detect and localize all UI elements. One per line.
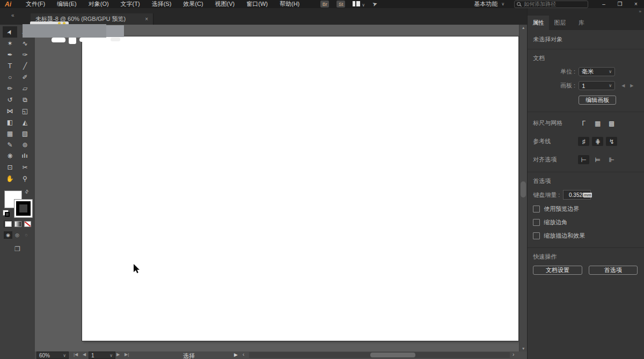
zoom-tool[interactable]: ⚲ [18,173,32,184]
draw-behind-mode[interactable]: ◎ [13,231,21,239]
menu-window[interactable]: 窗口(W) [240,0,274,8]
gradient-button[interactable] [13,221,22,228]
status-menu-icon[interactable]: ▶ [234,352,238,357]
shape-builder-tool[interactable]: ◧ [3,116,17,128]
curvature-tool[interactable]: ✑ [18,49,32,60]
mesh-tool[interactable]: ▦ [3,128,17,139]
checkbox[interactable] [533,206,540,213]
last-artboard-button[interactable]: ▶| [125,352,129,357]
ruler-corner-icon[interactable]: Γ [578,119,589,128]
scroll-right-icon[interactable]: › [513,351,514,357]
draw-inside-mode[interactable]: ○ [22,231,31,239]
eyedropper-tool[interactable]: ✎ [3,139,17,150]
line-segment-tool[interactable]: ╱ [18,60,32,71]
swap-fill-stroke-icon[interactable]: ⇄ [24,188,30,195]
checkbox[interactable] [533,219,540,226]
show-guides-icon[interactable]: ♯ [578,137,589,146]
preferences-button[interactable]: 首选项 [589,266,638,275]
eraser-tool[interactable]: ▱ [18,83,32,94]
menu-effect[interactable]: 效果(C) [177,0,209,8]
help-search-field[interactable] [514,1,588,8]
scroll-up-icon[interactable]: ▲ [519,26,527,30]
restore-button[interactable]: ❐ [612,1,628,7]
menu-file[interactable]: 文件(F) [20,0,51,8]
arrange-documents-icon[interactable]: ∨ [353,1,365,8]
hand-tool[interactable]: ✋ [3,173,17,184]
prev-artboard-button[interactable]: ◀ [83,352,86,357]
unit-select[interactable]: 毫米 ∨ [579,67,615,76]
column-graph-tool[interactable]: ılı [18,150,32,162]
magic-wand-tool[interactable]: ✶ [3,38,17,49]
artboard[interactable] [82,36,518,341]
stock-icon[interactable]: St [336,1,345,8]
first-artboard-button[interactable]: |◀ [74,352,78,357]
menu-select[interactable]: 选择(S) [146,0,178,8]
rotate-tool[interactable]: ↺ [3,94,17,105]
grid-icon[interactable]: ▦ [592,119,603,128]
pen-tool[interactable]: ✒ [3,49,17,60]
blend-tool[interactable]: ⊚ [18,139,32,150]
stroke-color-swatch[interactable] [14,199,33,218]
free-transform-tool[interactable]: ◱ [18,105,32,116]
next-artboard-button[interactable]: ▶ [116,352,120,357]
scroll-down-icon[interactable]: ▼ [519,347,527,350]
snap-point-icon[interactable]: ⊢ [578,155,589,164]
menu-type[interactable]: 文字(T) [115,0,146,8]
pixel-grid-icon[interactable]: ▩ [606,119,617,128]
collapse-panel-icon[interactable]: « [11,12,14,18]
gradient-tool[interactable]: ▧ [18,128,32,139]
ellipse-tool[interactable]: ○ [3,71,17,83]
scale-tool[interactable]: ⧉ [18,94,32,105]
color-button[interactable] [4,221,12,228]
share-icon[interactable]: ➤ [371,0,378,8]
menu-view[interactable]: 视图(V) [209,0,241,8]
width-tool[interactable]: ⋈ [3,105,17,116]
workspace-switcher[interactable]: 基本功能 [474,0,497,8]
draw-normal-mode[interactable]: ◉ [4,231,12,239]
screen-mode-icon[interactable]: ❐ [0,245,35,253]
vertical-scroll-thumb[interactable] [521,181,526,197]
lock-guides-icon[interactable]: ⋕ [592,137,603,146]
none-button[interactable] [23,221,32,228]
artboard-select[interactable]: 1 ∨ [579,81,615,90]
slice-tool[interactable]: ✂ [18,162,32,173]
edit-artboards-button[interactable]: 编辑画板 [579,96,616,105]
artboard-tool[interactable]: ⊡ [3,162,17,173]
type-tool[interactable]: T [3,60,17,71]
artboard-nav-dropdown[interactable]: 1 ∨ [89,351,115,359]
search-input[interactable] [523,1,579,8]
menu-help[interactable]: 帮助(H) [274,0,305,8]
checkbox[interactable] [533,232,540,239]
prev-artboard-icon[interactable]: ◀ [621,83,630,88]
close-button[interactable]: × [628,1,644,7]
tab-properties[interactable]: 属性 [528,16,549,30]
perspective-grid-tool[interactable]: ◭ [18,116,32,128]
next-artboard-icon[interactable]: ▶ [630,83,639,88]
snap-grid-icon[interactable]: ⊨ [592,155,603,164]
smart-guides-icon[interactable]: ↯ [606,137,617,146]
menu-object[interactable]: 对象(O) [83,0,115,8]
expand-panel-icon[interactable]: » [639,9,641,14]
shaper-tool[interactable]: ✏ [3,83,17,94]
zoom-level-dropdown[interactable]: 60% ∨ [36,351,69,359]
statusbar-corner [0,351,35,359]
menu-edit[interactable]: 编辑(E) [51,0,83,8]
minimize-button[interactable]: – [596,1,612,7]
canvas[interactable] [35,25,519,351]
snap-glyph-icon[interactable]: ⊩ [606,155,617,164]
scroll-left-icon[interactable]: ‹ [243,351,244,357]
tab-libraries[interactable]: 库 [570,16,592,30]
document-setup-button[interactable]: 文档设置 [533,266,582,275]
mouse-cursor [133,264,141,275]
lasso-tool[interactable]: ∿ [18,38,32,49]
symbol-sprayer-tool[interactable]: ❋ [3,150,17,162]
paintbrush-tool[interactable]: ✐ [18,71,32,83]
bridge-icon[interactable]: Br [320,1,329,8]
tab-layers[interactable]: 图层 [549,16,570,30]
tab-close-icon[interactable]: × [145,16,148,22]
horizontal-scroll-thumb[interactable] [370,353,415,357]
horizontal-scrollbar[interactable] [249,352,510,358]
default-fill-stroke-icon[interactable] [3,210,9,216]
vertical-scrollbar[interactable]: ▲ ▼ [519,25,527,351]
selection-tool[interactable]: ➤ [3,26,17,38]
